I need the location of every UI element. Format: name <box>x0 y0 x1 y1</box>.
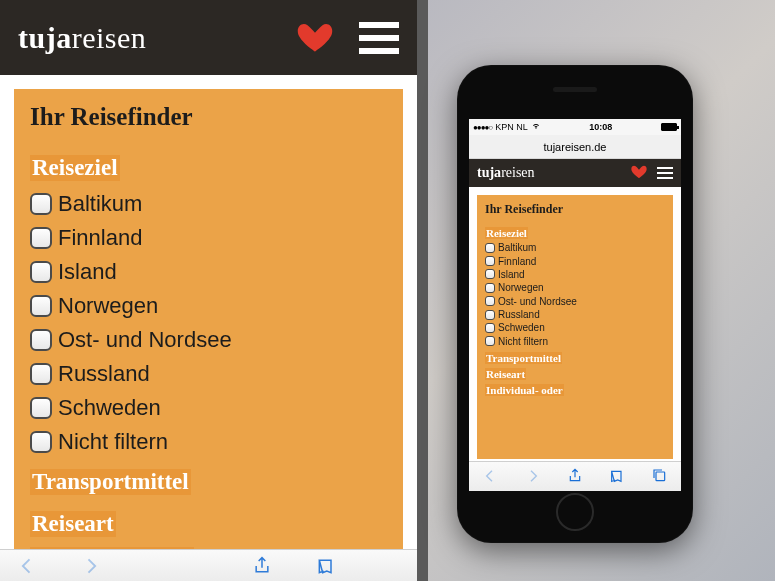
brand-logo[interactable]: tujareisen <box>18 21 146 55</box>
option-label: Nicht filtern <box>58 429 168 455</box>
destination-option-small[interactable]: Nicht filtern <box>485 335 665 348</box>
nav-forward-icon-small[interactable] <box>524 468 542 486</box>
svg-rect-0 <box>656 472 665 481</box>
option-checkbox[interactable] <box>30 397 52 419</box>
section-traveltype-small[interactable]: Reiseart <box>485 368 526 380</box>
tabs-icon-small[interactable] <box>651 468 669 486</box>
section-destination[interactable]: Reiseziel <box>30 155 120 181</box>
app-header: tujareisen <box>0 0 417 75</box>
nav-back-icon[interactable] <box>14 556 40 576</box>
option-checkbox[interactable] <box>30 227 52 249</box>
section-transport-small[interactable]: Transportmittel <box>485 352 562 364</box>
destination-option[interactable]: Finnland <box>30 221 387 255</box>
destination-option[interactable]: Norwegen <box>30 289 387 323</box>
ios-status-bar: ●●●●○ KPN NL 10:08 <box>469 119 681 135</box>
travel-finder-panel-small: Ihr Reisefinder Reiseziel BaltikumFinnla… <box>477 195 673 459</box>
menu-hamburger-icon-small[interactable] <box>657 167 673 180</box>
option-checkbox[interactable] <box>30 431 52 453</box>
option-label-small: Finnland <box>498 256 536 267</box>
option-label: Baltikum <box>58 191 142 217</box>
section-traveltype[interactable]: Reiseart <box>30 511 116 537</box>
travel-finder-panel: Ihr Reisefinder Reiseziel BaltikumFinnla… <box>14 89 403 581</box>
section-individual-small[interactable]: Individual- oder <box>485 384 564 396</box>
option-checkbox[interactable] <box>30 261 52 283</box>
section-transport[interactable]: Transportmittel <box>30 469 191 495</box>
wifi-icon <box>531 122 541 132</box>
finder-heading-small: Ihr Reisefinder <box>485 202 665 217</box>
option-label: Island <box>58 259 117 285</box>
panel-divider <box>417 0 428 581</box>
nav-forward-icon[interactable] <box>78 556 104 576</box>
option-checkbox-small[interactable] <box>485 269 495 279</box>
safari-toolbar-small <box>469 461 681 491</box>
option-checkbox[interactable] <box>30 363 52 385</box>
signal-dots-icon: ●●●●○ <box>473 123 492 132</box>
destination-option[interactable]: Island <box>30 255 387 289</box>
option-checkbox[interactable] <box>30 295 52 317</box>
option-label-small: Ost- und Nordsee <box>498 296 577 307</box>
destination-option-small[interactable]: Ost- und Nordsee <box>485 295 665 308</box>
favorites-heart-icon[interactable] <box>297 20 333 56</box>
status-time: 10:08 <box>541 122 661 132</box>
destination-option-small[interactable]: Island <box>485 268 665 281</box>
url-bar[interactable]: tujareisen.de <box>469 135 681 159</box>
option-label: Norwegen <box>58 293 158 319</box>
destination-option[interactable]: Nicht filtern <box>30 425 387 459</box>
phone-screen: ●●●●○ KPN NL 10:08 tujareisen.de tujarei… <box>469 119 681 491</box>
option-checkbox-small[interactable] <box>485 323 495 333</box>
destination-option-small[interactable]: Norwegen <box>485 281 665 294</box>
option-checkbox-small[interactable] <box>485 310 495 320</box>
option-label: Finnland <box>58 225 142 251</box>
option-checkbox-small[interactable] <box>485 296 495 306</box>
option-label-small: Schweden <box>498 322 545 333</box>
destination-option[interactable]: Russland <box>30 357 387 391</box>
destination-option[interactable]: Schweden <box>30 391 387 425</box>
nav-back-icon-small[interactable] <box>481 468 499 486</box>
zoomed-mobile-view: tujareisen Ihr Reisefinder Reiseziel Bal… <box>0 0 417 581</box>
option-label: Russland <box>58 361 150 387</box>
finder-heading: Ihr Reisefinder <box>30 103 387 131</box>
destination-option[interactable]: Ost- und Nordsee <box>30 323 387 357</box>
option-checkbox-small[interactable] <box>485 283 495 293</box>
carrier-label: KPN NL <box>495 122 528 132</box>
option-label-small: Norwegen <box>498 282 544 293</box>
destination-option[interactable]: Baltikum <box>30 187 387 221</box>
option-checkbox-small[interactable] <box>485 243 495 253</box>
section-destination-small[interactable]: Reiseziel <box>485 227 528 239</box>
favorites-heart-icon-small[interactable] <box>631 164 647 182</box>
option-checkbox-small[interactable] <box>485 336 495 346</box>
safari-toolbar <box>0 549 417 581</box>
option-checkbox[interactable] <box>30 329 52 351</box>
option-label: Schweden <box>58 395 161 421</box>
app-header-small: tujareisen <box>469 159 681 187</box>
destination-option-small[interactable]: Baltikum <box>485 241 665 254</box>
share-icon[interactable] <box>249 556 275 576</box>
option-label-small: Nicht filtern <box>498 336 548 347</box>
option-checkbox[interactable] <box>30 193 52 215</box>
phone-mockup: ●●●●○ KPN NL 10:08 tujareisen.de tujarei… <box>457 65 693 543</box>
option-label-small: Baltikum <box>498 242 536 253</box>
battery-icon <box>661 123 677 131</box>
brand-logo-small[interactable]: tujareisen <box>477 165 535 181</box>
bookmarks-icon-small[interactable] <box>608 468 626 486</box>
option-checkbox-small[interactable] <box>485 256 495 266</box>
menu-hamburger-icon[interactable] <box>359 22 399 54</box>
option-label-small: Island <box>498 269 525 280</box>
page-body: Ihr Reisefinder Reiseziel BaltikumFinnla… <box>0 75 417 581</box>
option-label: Ost- und Nordsee <box>58 327 232 353</box>
share-icon-small[interactable] <box>566 468 584 486</box>
destination-option-small[interactable]: Finnland <box>485 254 665 267</box>
destination-option-small[interactable]: Russland <box>485 308 665 321</box>
destination-option-small[interactable]: Schweden <box>485 321 665 334</box>
option-label-small: Russland <box>498 309 540 320</box>
bookmarks-icon[interactable] <box>313 556 339 576</box>
